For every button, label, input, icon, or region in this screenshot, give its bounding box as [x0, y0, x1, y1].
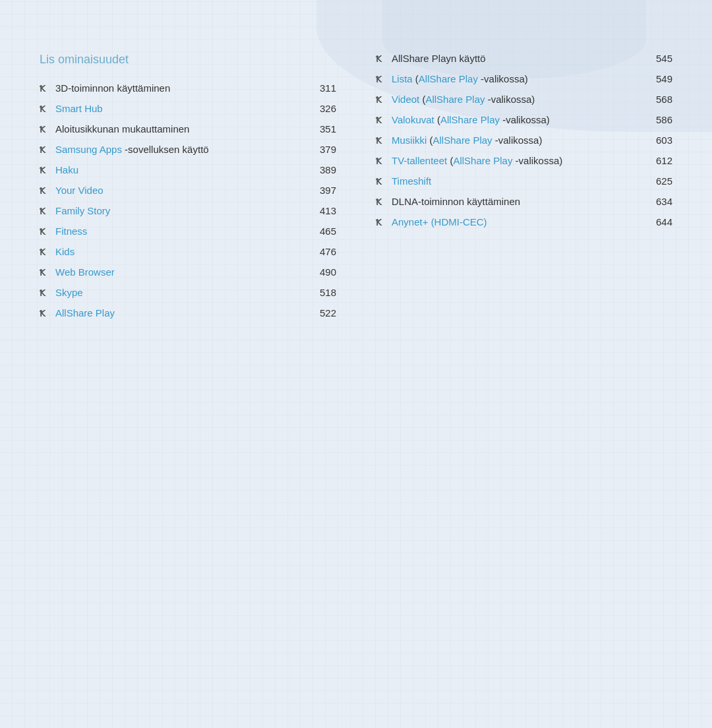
toc-label-kids[interactable]: Kids: [55, 246, 299, 257]
toc-label-samsung-apps: Samsung Apps -sovelluksen käyttö: [55, 144, 299, 155]
toc-item-skype: Ꝁ Skype 518: [40, 287, 336, 298]
toc-icon-family-story: Ꝁ: [40, 206, 50, 216]
toc-page-web-browser: 490: [312, 266, 336, 278]
toc-item-web-browser: Ꝁ Web Browser 490: [40, 266, 336, 278]
toc-page-kids: 476: [312, 246, 336, 257]
toc-label-your-video[interactable]: Your Video: [55, 185, 299, 196]
toc-label-anynet[interactable]: Anynet+ (HDMI-CEC): [392, 216, 636, 228]
toc-label-haku[interactable]: Haku: [55, 164, 299, 175]
toc-item-valokuvat: Ꝁ Valokuvat (AllShare Play -valikossa) 5…: [376, 114, 672, 125]
toc-item-allshare-play: Ꝁ AllShare Play 522: [40, 307, 336, 318]
toc-icon-your-video: Ꝁ: [40, 186, 50, 196]
toc-icon-3d: Ꝁ: [40, 84, 50, 94]
toc-label-valokuvat: Valokuvat (AllShare Play -valikossa): [392, 114, 636, 125]
toc-page-fitness: 465: [312, 226, 336, 237]
toc-page-3d: 311: [312, 82, 336, 94]
toc-link-samsung-apps[interactable]: Samsung Apps: [55, 144, 122, 155]
toc-page-valokuvat: 586: [649, 114, 672, 125]
toc-icon-anynet: Ꝁ: [376, 218, 386, 228]
toc-icon-allshare-play: Ꝁ: [40, 309, 50, 318]
toc-page-tv-tallenteet: 612: [649, 155, 672, 166]
toc-link-allshare-videot[interactable]: AllShare Play: [425, 94, 485, 105]
toc-page-musiikki: 603: [649, 135, 672, 146]
toc-link-lista[interactable]: Lista: [392, 73, 413, 84]
toc-page-allshare-play: 522: [312, 307, 336, 318]
toc-page-aloitus: 351: [312, 123, 336, 135]
toc-item-timeshift: Ꝁ Timeshift 625: [376, 175, 672, 187]
toc-link-allshare-valokuvat[interactable]: AllShare Play: [440, 114, 500, 125]
toc-icon-smarthub: Ꝁ: [40, 104, 50, 114]
toc-icon-lista: Ꝁ: [376, 75, 386, 84]
toc-page-skype: 518: [312, 287, 336, 298]
toc-label-allshare-use: AllShare Playn käyttö: [392, 53, 636, 64]
right-column: Ꝁ AllShare Playn käyttö 545 Ꝁ Lista (All…: [376, 53, 672, 328]
toc-page-family-story: 413: [312, 205, 336, 216]
toc-icon-allshare-use: Ꝁ: [376, 54, 386, 64]
toc-label-fitness[interactable]: Fitness: [55, 226, 299, 237]
toc-label-aloitus: Aloitusikkunan mukauttaminen: [55, 123, 299, 135]
toc-icon-dlna: Ꝁ: [376, 197, 386, 207]
left-column: Lis ominaisuudet Ꝁ 3D-toiminnon käyttämi…: [40, 53, 336, 328]
toc-text-samsung-apps: -sovelluksen käyttö: [125, 144, 209, 155]
toc-item-family-story: Ꝁ Family Story 413: [40, 205, 336, 216]
toc-page-anynet: 644: [649, 216, 672, 228]
toc-label-smarthub[interactable]: Smart Hub: [55, 103, 299, 114]
toc-icon-tv-tallenteet: Ꝁ: [376, 156, 386, 166]
toc-link-musiikki[interactable]: Musiikki: [392, 135, 427, 146]
toc-label-dlna: DLNA-toiminnon käyttäminen: [392, 196, 636, 207]
toc-item-kids: Ꝁ Kids 476: [40, 246, 336, 257]
toc-item-your-video: Ꝁ Your Video 397: [40, 185, 336, 196]
toc-item-tv-tallenteet: Ꝁ TV-tallenteet (AllShare Play -valikoss…: [376, 155, 672, 166]
toc-icon-web-browser: Ꝁ: [40, 268, 50, 278]
toc-item-smarthub: Ꝁ Smart Hub 326: [40, 103, 336, 114]
toc-page-timeshift: 625: [649, 175, 672, 187]
toc-icon-musiikki: Ꝁ: [376, 136, 386, 146]
toc-page-lista: 549: [649, 73, 672, 84]
toc-item-allshare-use: Ꝁ AllShare Playn käyttö 545: [376, 53, 672, 64]
toc-item-anynet: Ꝁ Anynet+ (HDMI-CEC) 644: [376, 216, 672, 228]
toc-label-musiikki: Musiikki (AllShare Play -valikossa): [392, 135, 636, 146]
toc-label-skype[interactable]: Skype: [55, 287, 299, 298]
toc-icon-skype: Ꝁ: [40, 288, 50, 298]
toc-page-smarthub: 326: [312, 103, 336, 114]
toc-icon-valokuvat: Ꝁ: [376, 115, 386, 125]
toc-page-dlna: 634: [649, 196, 672, 207]
toc-link-allshare-musiikki[interactable]: AllShare Play: [433, 135, 492, 146]
toc-label-family-story[interactable]: Family Story: [55, 205, 299, 216]
toc-icon-timeshift: Ꝁ: [376, 177, 386, 187]
toc-link-valokuvat[interactable]: Valokuvat: [392, 114, 434, 125]
toc-link-allshare-lista[interactable]: AllShare Play: [419, 73, 478, 84]
toc-label-3d: 3D-toiminnon käyttäminen: [55, 82, 299, 94]
toc-page-videot: 568: [649, 94, 672, 105]
page-content: Lis ominaisuudet Ꝁ 3D-toiminnon käyttämi…: [0, 0, 712, 354]
toc-page-allshare-use: 545: [649, 53, 672, 64]
toc-item-videot: Ꝁ Videot (AllShare Play -valikossa) 568: [376, 94, 672, 105]
toc-label-timeshift[interactable]: Timeshift: [392, 175, 636, 187]
toc-icon-samsung-apps: Ꝁ: [40, 145, 50, 155]
toc-label-videot: Videot (AllShare Play -valikossa): [392, 94, 636, 105]
toc-icon-kids: Ꝁ: [40, 247, 50, 257]
toc-item-fitness: Ꝁ Fitness 465: [40, 226, 336, 237]
toc-link-allshare-tv[interactable]: AllShare Play: [453, 155, 512, 166]
toc-icon-fitness: Ꝁ: [40, 227, 50, 237]
toc-label-tv-tallenteet: TV-tallenteet (AllShare Play -valikossa): [392, 155, 636, 166]
toc-page-haku: 389: [312, 164, 336, 175]
toc-page-samsung-apps: 379: [312, 144, 336, 155]
toc-item-samsung-apps: Ꝁ Samsung Apps -sovelluksen käyttö 379: [40, 144, 336, 155]
toc-icon-haku: Ꝁ: [40, 166, 50, 175]
toc-label-allshare-play[interactable]: AllShare Play: [55, 307, 299, 318]
toc-label-web-browser[interactable]: Web Browser: [55, 266, 299, 278]
toc-item-haku: Ꝁ Haku 389: [40, 164, 336, 175]
toc-item-musiikki: Ꝁ Musiikki (AllShare Play -valikossa) 60…: [376, 135, 672, 146]
toc-icon-aloitus: Ꝁ: [40, 125, 50, 135]
toc-link-videot[interactable]: Videot: [392, 94, 419, 105]
toc-label-lista: Lista (AllShare Play -valikossa): [392, 73, 636, 84]
toc-page-your-video: 397: [312, 185, 336, 196]
toc-item-lista: Ꝁ Lista (AllShare Play -valikossa) 549: [376, 73, 672, 84]
toc-item-3d: Ꝁ 3D-toiminnon käyttäminen 311: [40, 82, 336, 94]
toc-item-dlna: Ꝁ DLNA-toiminnon käyttäminen 634: [376, 196, 672, 207]
section-heading: Lis ominaisuudet: [40, 53, 336, 67]
toc-item-aloitus: Ꝁ Aloitusikkunan mukauttaminen 351: [40, 123, 336, 135]
toc-link-tv-tallenteet[interactable]: TV-tallenteet: [392, 155, 447, 166]
toc-icon-videot: Ꝁ: [376, 95, 386, 105]
